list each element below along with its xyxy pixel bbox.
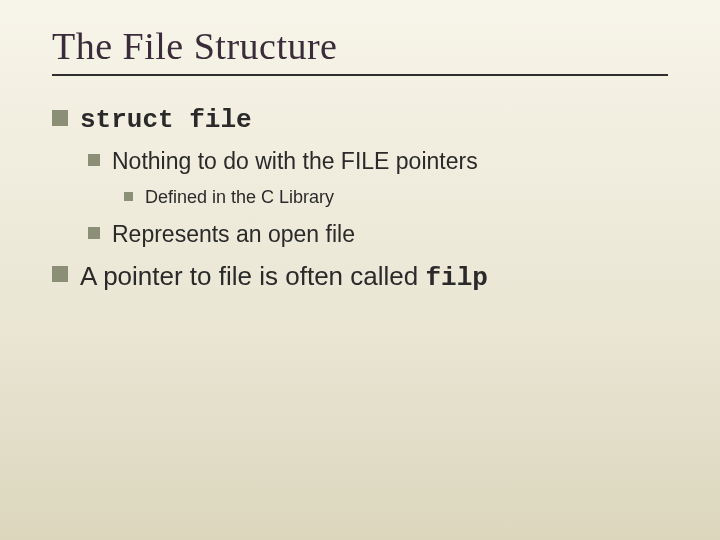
bullet-text-prefix: A pointer to file is often called bbox=[80, 261, 425, 291]
bullet-filp: A pointer to file is often called filp bbox=[52, 260, 668, 295]
bullet-text: struct file bbox=[80, 104, 252, 137]
title-underline bbox=[52, 74, 668, 76]
bullet-text-code: filp bbox=[425, 263, 487, 293]
bullet-struct-file: struct file bbox=[52, 104, 668, 137]
bullet-text: Represents an open file bbox=[112, 220, 355, 250]
square-bullet-icon bbox=[124, 192, 133, 201]
slide: The File Structure struct file Nothing t… bbox=[0, 0, 720, 540]
bullet-represents-open-file: Represents an open file bbox=[88, 220, 668, 250]
bullet-text: A pointer to file is often called filp bbox=[80, 260, 488, 295]
square-bullet-icon bbox=[88, 227, 100, 239]
square-bullet-icon bbox=[52, 266, 68, 282]
square-bullet-icon bbox=[52, 110, 68, 126]
bullet-nothing-to-do: Nothing to do with the FILE pointers bbox=[88, 147, 668, 177]
bullet-defined-c-library: Defined in the C Library bbox=[124, 186, 668, 209]
bullet-text: Defined in the C Library bbox=[145, 186, 334, 209]
bullet-text: Nothing to do with the FILE pointers bbox=[112, 147, 478, 177]
slide-title: The File Structure bbox=[52, 24, 668, 68]
square-bullet-icon bbox=[88, 154, 100, 166]
